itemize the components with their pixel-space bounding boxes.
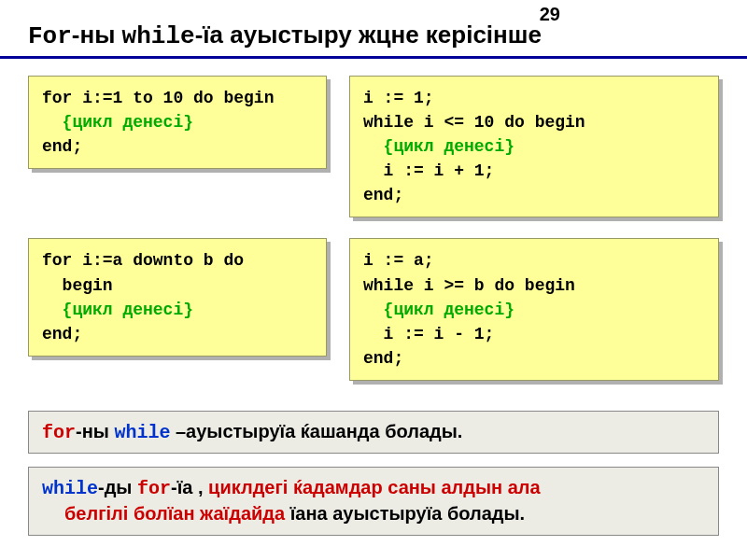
note1-seg2: –ауыстыруїа ќашанда болады. (170, 421, 462, 441)
code-body: {цикл денесі} (363, 137, 514, 156)
code-line: i := i - 1; (363, 325, 494, 343)
code-body: {цикл денесі} (42, 113, 193, 132)
note2-red2: белгілі болїан жаїдайда (64, 503, 290, 524)
for-loop-2: for i:=a downto b do begin {цикл денесі}… (28, 238, 327, 356)
code-body: {цикл денесі} (42, 301, 193, 319)
code-line: i := a; (363, 251, 434, 270)
example-row-2: for i:=a downto b do begin {цикл денесі}… (28, 238, 719, 380)
while-loop-2: i := a; while i >= b do begin {цикл дене… (349, 238, 719, 380)
content-area: for i:=1 to 10 do begin {цикл денесі} en… (0, 59, 747, 411)
code-line: while i <= 10 do begin (363, 113, 585, 132)
page-title: For-ны while-їа ауыстыру жцне керісінше (0, 0, 747, 59)
code-line: end; (42, 137, 82, 156)
note1-while: while (114, 422, 170, 443)
code-line: begin (42, 276, 113, 295)
note2-red1: циклдегі ќадамдар саны алдын ала (208, 477, 541, 497)
note2-seg2: -їа , (171, 477, 208, 497)
for-loop-1: for i:=1 to 10 do begin {цикл денесі} en… (28, 76, 327, 169)
note2-tail: їана ауыстыруїа болады. (290, 503, 525, 524)
note1-for: for (42, 422, 76, 443)
example-row-1: for i:=1 to 10 do begin {цикл денесі} en… (28, 76, 719, 217)
code-line: end; (363, 349, 403, 368)
code-line: end; (42, 325, 82, 343)
note-1: for-ны while –ауыстыруїа ќашанда болады. (28, 411, 719, 454)
note2-seg1: -ды (98, 477, 137, 497)
page-number: 29 (540, 4, 560, 25)
note-2: while-ды for-їа , циклдегі ќадамдар саны… (28, 467, 719, 536)
code-line: while i >= b do begin (363, 276, 575, 295)
code-line: for i:=a downto b do (42, 251, 244, 270)
while-loop-1: i := 1; while i <= 10 do begin {цикл ден… (349, 76, 719, 217)
code-line: i := 1; (363, 89, 434, 107)
note2-while: while (42, 478, 98, 499)
title-seg1: -ны (72, 21, 122, 49)
note2-for: for (137, 478, 171, 499)
title-for-kw: For (28, 22, 72, 50)
title-while-kw: while (122, 22, 195, 50)
code-line: end; (363, 186, 403, 204)
title-seg2: -їа ауыстыру жцне керісінше (195, 21, 542, 49)
note1-seg1: -ны (76, 421, 114, 441)
code-line: i := i + 1; (363, 161, 494, 180)
code-body: {цикл денесі} (363, 301, 514, 319)
code-line: for i:=1 to 10 do begin (42, 89, 274, 107)
